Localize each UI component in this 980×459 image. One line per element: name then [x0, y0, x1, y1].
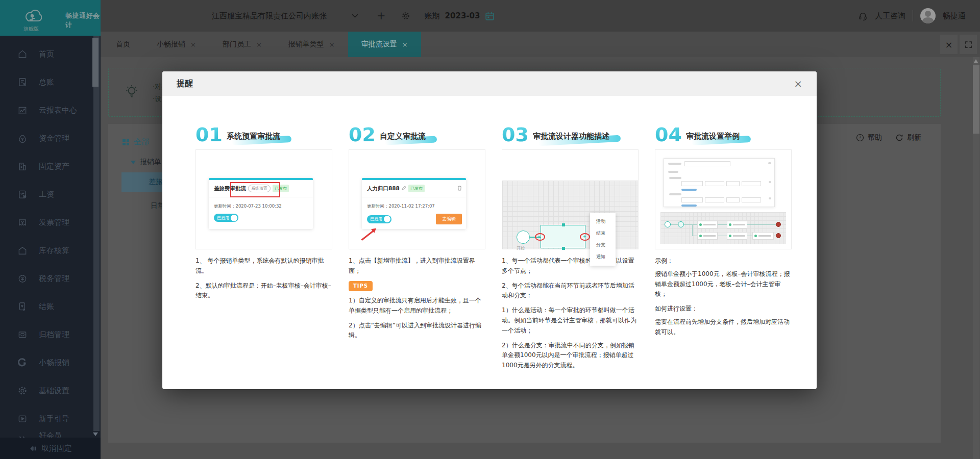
section-number: 03 [502, 125, 529, 144]
section-designer-features: 03 审批流设计器功能描述 开始 ◂▸ + [502, 125, 639, 375]
toggle-knob [384, 216, 390, 222]
section-title: 系统预置审批流 [227, 132, 280, 141]
example-preview [655, 149, 792, 249]
flow-step-node [697, 232, 718, 240]
red-annotation-arrow [361, 230, 374, 240]
support-link[interactable]: 人工咨询 [875, 11, 905, 21]
start-node [517, 231, 530, 244]
tab-bar: 首页 小畅报销× 部门员工× 报销单类型× 审批流设置× × [101, 32, 980, 57]
activity-node [541, 225, 585, 248]
triangle-down-icon [131, 161, 136, 164]
tab-home[interactable]: 首页 [101, 32, 143, 57]
unpin-sidebar-button[interactable]: 取消固定 [0, 438, 101, 459]
section-number: 04 [655, 125, 682, 144]
tab-close-icon[interactable]: × [256, 41, 262, 48]
flow-name: 人力归口888 [367, 185, 400, 192]
scroll-up-icon[interactable] [974, 59, 978, 63]
top-bar: 江西服宝精品有限责任公司内账张 + 账期 2023-03 人工咨询 畅捷通 [101, 0, 980, 32]
sidebar-item-payroll[interactable]: 工资 [0, 183, 101, 206]
trash-icon [457, 186, 462, 192]
section-number: 01 [195, 125, 223, 144]
avatar[interactable] [920, 8, 936, 23]
sidebar-item-beginner-guide[interactable]: 新手引导 [0, 407, 101, 430]
sidebar-item-general-ledger[interactable]: 总账 [0, 71, 101, 93]
go-edit-button: 去编辑 [436, 214, 462, 224]
flow-step-node [752, 232, 774, 240]
sidebar-item-invoices[interactable]: 发票管理 [0, 211, 101, 234]
updated-time: 更新时间：2020-11-02 17:27:07 [362, 197, 466, 210]
gear-icon[interactable] [401, 11, 410, 20]
end-node [776, 233, 781, 238]
user-name[interactable]: 畅捷通 [943, 11, 966, 21]
published-tag: 已发布 [408, 185, 425, 192]
scroll-down-icon[interactable] [93, 432, 98, 436]
app-root: 江西服宝精品有限责任公司内账张 + 账期 2023-03 人工咨询 畅捷通 畅捷… [0, 0, 980, 459]
example-flow-canvas [660, 212, 786, 244]
tab-close-icon[interactable]: × [402, 41, 408, 48]
period-value[interactable]: 2023-03 [445, 11, 480, 20]
sidebar-item-tax[interactable]: 税务管理 [0, 267, 101, 290]
company-selector[interactable]: 江西服宝精品有限责任公司内账张 [212, 11, 334, 21]
sidebar-item-closing[interactable]: 结账 [0, 295, 101, 318]
filter-all[interactable]: 全部 [122, 137, 149, 147]
divider [913, 10, 913, 21]
node-handle [562, 247, 565, 250]
red-annotation-box [230, 182, 280, 197]
chevron-down-icon[interactable] [352, 14, 358, 18]
lightbulb-icon [125, 85, 138, 101]
tree-node-baoxiaodan[interactable]: 报销单 [131, 158, 161, 167]
scrollbar-thumb[interactable] [92, 38, 99, 87]
start-node [665, 221, 671, 227]
tab-close-icon[interactable]: × [190, 41, 196, 48]
flow-step-node [697, 221, 718, 228]
fullscreen-icon[interactable] [960, 35, 977, 54]
question-icon: ? [856, 134, 864, 142]
section-setup-example: 04 审批流设置举例 [655, 125, 792, 375]
help-button[interactable]: ? 帮助 [856, 133, 882, 142]
sidebar-item-xiaochang-reimburse[interactable]: 小畅报销 [0, 351, 101, 374]
section-title: 自定义审批流 [380, 132, 426, 141]
updated-time: 更新时间：2020-07-23 10:00:32 [209, 197, 313, 210]
sidebar-scrollbar[interactable] [93, 36, 100, 431]
flow-step-node [727, 221, 747, 228]
sidebar-item-home[interactable]: 首页 [0, 43, 101, 65]
custom-flow-preview: 人力归口888 已发布 更新时间：2020-11-02 17:27:07 已启用 [349, 149, 485, 249]
modal-body: 01 系统预置审批流 差旅费审批流 系统预置 已发布 更新时间：2020-07-… [162, 96, 817, 375]
scrollbar-thumb[interactable] [973, 65, 979, 134]
section-number: 02 [349, 125, 376, 144]
logo-edition: 旗舰版 [23, 26, 39, 33]
node-handle [562, 223, 565, 226]
main-scrollbar[interactable] [973, 57, 979, 459]
sidebar-item-inventory[interactable]: 库存核算 [0, 239, 101, 262]
sidebar-item-cloud-reports[interactable]: 云报表中心 [0, 99, 101, 121]
modal-title: 提醒 [177, 79, 193, 89]
section-custom-flow: 02 自定义审批流 人力归口888 已发布 [349, 125, 485, 375]
edit-pencil-icon [402, 186, 406, 191]
close-icon[interactable]: × [794, 79, 802, 89]
period-label: 账期 [425, 11, 440, 21]
tab-xiaochang-baoxiao[interactable]: 小畅报销× [143, 32, 209, 57]
sidebar-item-archive[interactable]: 归档管理 [0, 323, 101, 346]
close-all-tabs-icon[interactable]: × [940, 35, 958, 54]
enabled-toggle: 已启用 [367, 215, 391, 223]
designer-preview: 开始 ◂▸ + 活动 结束 分支 [502, 149, 639, 249]
tab-shenpiliu-shezhi[interactable]: 审批流设置× [348, 32, 421, 57]
refresh-button[interactable]: 刷新 [895, 133, 921, 142]
add-account-icon[interactable]: + [377, 10, 386, 22]
collapse-icon [29, 444, 37, 453]
svg-text:?: ? [859, 135, 862, 140]
reminder-modal: 提醒 × 01 系统预置审批流 差旅费审批流 系统预置 已发布 [162, 71, 817, 389]
tab-baoxiaodan-leixing[interactable]: 报销单类型× [275, 32, 348, 57]
modal-header: 提醒 × [162, 71, 817, 96]
app-logo: 畅捷通好会计 旗舰版 [0, 0, 101, 36]
sidebar-item-funds[interactable]: 资金管理 [0, 127, 101, 149]
headset-icon [858, 11, 868, 21]
sidebar-item-fixed-assets[interactable]: 固定资产 [0, 155, 101, 177]
calendar-icon[interactable] [485, 11, 495, 21]
start-node-label: 开始 [517, 245, 525, 251]
tab-close-icon[interactable]: × [329, 41, 335, 48]
node-context-menu: 活动 结束 分支 通知 [590, 213, 616, 266]
tab-bumen-yuangong[interactable]: 部门员工× [209, 32, 275, 57]
sidebar-item-settings[interactable]: 基础设置 [0, 379, 101, 402]
flow-step-node [727, 232, 747, 240]
